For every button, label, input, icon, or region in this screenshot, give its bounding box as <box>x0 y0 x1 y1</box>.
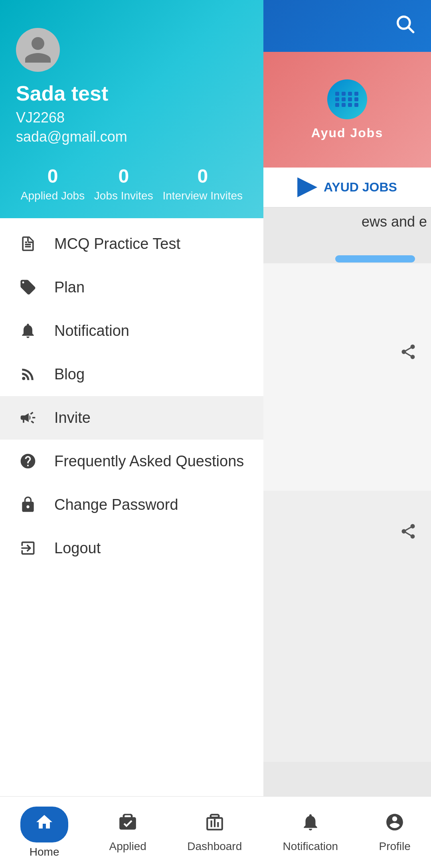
share-icon-1[interactable] <box>399 343 417 365</box>
user-id: VJ2268 <box>16 109 247 126</box>
dashboard-nav-label: Dashboard <box>187 840 242 853</box>
menu-item-notification[interactable]: Notification <box>0 309 263 353</box>
applied-jobs-label: Applied Jobs <box>21 189 85 202</box>
right-header-area <box>263 0 431 52</box>
document-icon <box>16 235 40 253</box>
ayud-software-label: Ayud Jobs <box>311 126 383 140</box>
logout-label: Logout <box>54 540 101 557</box>
logout-icon <box>16 539 40 557</box>
user-name: Sada test <box>16 81 247 105</box>
invite-label: Invite <box>54 409 91 426</box>
logo-dots <box>335 92 359 107</box>
notification-nav-label: Notification <box>283 840 338 853</box>
jobs-invites-stat: 0 Jobs Invites <box>94 165 153 202</box>
tag-icon <box>16 278 40 296</box>
faq-label: Frequently Asked Questions <box>54 453 244 470</box>
home-icon-wrapper <box>20 807 68 842</box>
blog-label: Blog <box>54 366 85 383</box>
applied-jobs-count: 0 <box>47 165 58 187</box>
interview-invites-count: 0 <box>197 165 208 187</box>
logo-card-content: Ayud Jobs <box>311 79 383 140</box>
interview-invites-stat: 0 Interview Invites <box>162 165 243 202</box>
share-icon-2[interactable] <box>399 523 417 544</box>
menu-item-faq[interactable]: Frequently Asked Questions <box>0 440 263 483</box>
svg-line-1 <box>409 28 413 32</box>
stats-row: 0 Applied Jobs 0 Jobs Invites 0 Intervie… <box>16 165 247 202</box>
menu-item-invite[interactable]: Invite <box>0 396 263 440</box>
search-icon[interactable] <box>394 13 415 39</box>
ayud-jobs-label: AYUD JOBS <box>324 180 397 195</box>
news-text: ews and e <box>362 213 427 230</box>
briefcase-icon <box>118 812 138 837</box>
applied-nav-label: Applied <box>109 840 146 853</box>
company-logo-card-2: AYUD JOBS <box>263 168 431 207</box>
drawer-header: Sada test VJ2268 sada@gmail.com 0 Applie… <box>0 0 263 218</box>
lock-icon <box>16 496 40 513</box>
ayud-arrow-icon <box>297 178 317 197</box>
menu-item-plan[interactable]: Plan <box>0 266 263 309</box>
rss-icon <box>16 365 40 383</box>
nav-item-dashboard[interactable]: Dashboard <box>179 808 250 857</box>
profile-nav-icon <box>385 812 405 837</box>
menu-item-blog[interactable]: Blog <box>0 353 263 396</box>
menu-item-logout[interactable]: Logout <box>0 527 263 570</box>
svg-point-2 <box>22 377 25 380</box>
menu-item-change-password[interactable]: Change Password <box>0 483 263 527</box>
company-logo-card-1: Ayud Jobs <box>263 52 431 168</box>
menu-item-mcq[interactable]: MCQ Practice Test <box>0 222 263 266</box>
jobs-invites-label: Jobs Invites <box>94 189 153 202</box>
ayud-logo-circle <box>327 79 367 119</box>
bell-icon <box>16 322 40 339</box>
plan-label: Plan <box>54 279 85 296</box>
notification-label: Notification <box>54 322 129 339</box>
mcq-label: MCQ Practice Test <box>54 235 180 253</box>
megaphone-icon <box>16 409 40 426</box>
menu-list: MCQ Practice Test Plan Notification <box>0 218 263 868</box>
blue-progress-bar <box>335 255 415 262</box>
bottom-navigation: Home Applied Dashboard Notification <box>0 796 431 868</box>
dashboard-icon <box>205 812 225 837</box>
user-email: sada@gmail.com <box>16 128 247 145</box>
notification-nav-icon <box>301 812 320 837</box>
interview-invites-label: Interview Invites <box>162 189 243 202</box>
home-icon <box>35 813 54 836</box>
nav-item-applied[interactable]: Applied <box>101 808 154 857</box>
nav-item-notification[interactable]: Notification <box>275 808 346 857</box>
change-password-label: Change Password <box>54 496 178 513</box>
logo-card-2-content: AYUD JOBS <box>297 178 397 197</box>
avatar[interactable] <box>16 28 60 72</box>
applied-jobs-stat: 0 Applied Jobs <box>21 165 85 202</box>
side-drawer: Sada test VJ2268 sada@gmail.com 0 Applie… <box>0 0 263 868</box>
home-nav-label: Home <box>30 846 59 858</box>
nav-item-home[interactable]: Home <box>12 803 76 862</box>
jobs-invites-count: 0 <box>118 165 129 187</box>
profile-nav-label: Profile <box>379 840 410 853</box>
nav-item-profile[interactable]: Profile <box>371 808 418 857</box>
help-icon <box>16 452 40 470</box>
